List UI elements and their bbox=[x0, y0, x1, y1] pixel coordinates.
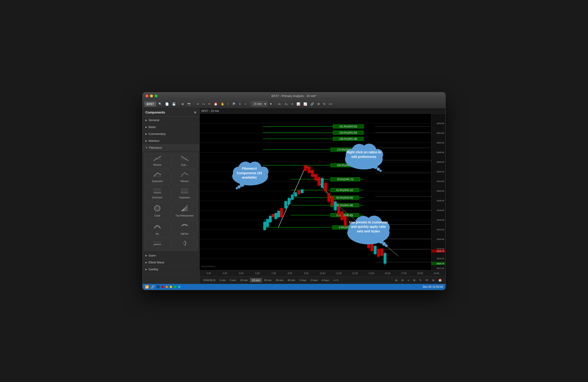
svg-line-11 bbox=[185, 172, 188, 175]
sidebar-item-gann[interactable]: ▶ Gann bbox=[143, 252, 199, 259]
new-chart-button[interactable]: 📄 bbox=[164, 102, 170, 106]
timeframe-selector[interactable]: 15 min bbox=[251, 101, 267, 106]
tf-more[interactable]: >> 5 bbox=[331, 278, 340, 282]
camera-button[interactable]: 📷 bbox=[186, 102, 192, 106]
tf-2hour[interactable]: 2 hour bbox=[309, 278, 319, 282]
markers-label: Markers bbox=[149, 139, 159, 142]
fib-item11[interactable]: ≡ bbox=[144, 238, 171, 251]
toolbar-separator-2 bbox=[194, 102, 194, 106]
close-button[interactable] bbox=[145, 94, 148, 97]
svg-point-212 bbox=[373, 164, 378, 169]
eye-button[interactable]: 👁 bbox=[424, 278, 430, 282]
tf-ofa[interactable]: OFA®(8,3) bbox=[201, 278, 217, 282]
alert-button[interactable]: ⏰ bbox=[213, 102, 219, 106]
search-button[interactable]: 🔍 bbox=[157, 102, 163, 106]
fit-button[interactable]: ⊞ bbox=[430, 278, 436, 282]
refresh-button[interactable]: ↻ bbox=[322, 102, 327, 106]
tf-30min[interactable]: 30 min bbox=[274, 278, 285, 282]
tf-5min[interactable]: 5 min bbox=[228, 278, 238, 282]
drawing-button[interactable]: ✎ bbox=[418, 278, 423, 282]
undo-button[interactable]: ↩ bbox=[195, 102, 200, 106]
fib-fan[interactable]: Fan Retracement bbox=[171, 202, 198, 219]
fibonacci-bubble: Fibonacci Components (34 available) bbox=[230, 160, 271, 190]
tf-down-button[interactable]: ▼ bbox=[268, 102, 273, 106]
sidebar-item-fibonacci[interactable]: ▼ Fibonacci bbox=[143, 144, 199, 151]
dot-orange[interactable] bbox=[166, 286, 168, 288]
save-button[interactable]: 💾 bbox=[171, 102, 177, 106]
tf-1min[interactable]: 1 min bbox=[218, 278, 228, 282]
sidebar-item-basic[interactable]: ▶ Basic bbox=[143, 124, 199, 131]
symbol-display[interactable]: EPZ7 bbox=[145, 102, 156, 106]
fib-circle[interactable]: Circle bbox=[144, 202, 171, 219]
svg-rect-143 bbox=[321, 178, 324, 188]
time-9: 9:00 bbox=[298, 272, 315, 275]
dot-yellow[interactable] bbox=[170, 286, 172, 288]
fib-retrace2[interactable]: Retrace bbox=[171, 169, 198, 185]
chart-type-button[interactable]: 📊 bbox=[295, 102, 301, 106]
sidebar-item-markers[interactable]: ▶ Markers bbox=[143, 137, 199, 144]
tf-10min[interactable]: 10 min bbox=[238, 278, 250, 282]
study-button[interactable]: ≣ bbox=[411, 278, 417, 282]
maximize-button[interactable] bbox=[155, 94, 158, 97]
link-button[interactable]: 🔗 bbox=[309, 102, 315, 106]
font-size-down[interactable]: A↓ bbox=[284, 102, 289, 106]
layout-button[interactable]: ⊟ bbox=[400, 278, 405, 282]
calendar-button[interactable]: 📅 bbox=[437, 278, 443, 282]
tf-15min[interactable]: 15 min bbox=[250, 278, 262, 282]
svg-text:MotiveWave: MotiveWave bbox=[201, 265, 215, 268]
tf-20min[interactable]: 20 min bbox=[262, 278, 273, 282]
sidebar-item-commentary[interactable]: ▶ Commentary bbox=[143, 131, 199, 137]
svg-text:2630.00: 2630.00 bbox=[437, 238, 444, 240]
tf-6hour[interactable]: 6 hour bbox=[320, 278, 331, 282]
zoom-button[interactable]: ⊕ bbox=[180, 102, 185, 106]
svg-point-219 bbox=[378, 222, 390, 233]
svg-point-23 bbox=[156, 207, 158, 209]
minimize-button[interactable] bbox=[150, 94, 153, 97]
item12-icon bbox=[181, 240, 189, 248]
chart-view-button[interactable]: ⊞ bbox=[394, 278, 399, 282]
time-13: 13:00 bbox=[363, 272, 379, 275]
lines-button[interactable]: ≡ bbox=[290, 102, 294, 106]
dot-red[interactable] bbox=[162, 286, 164, 288]
fib-arc[interactable]: Arc bbox=[144, 220, 171, 237]
sidebar-item-gartley[interactable]: ▶ Gartley bbox=[143, 266, 199, 273]
fib-expansion1[interactable]: Expansion bbox=[144, 169, 171, 185]
sidebar-item-general[interactable]: ▶ General bbox=[143, 117, 199, 124]
dot-teal[interactable] bbox=[178, 286, 180, 288]
svg-text:138.2%(2651.38): 138.2%(2651.38) bbox=[339, 138, 357, 140]
cursor-button[interactable]: ✂ bbox=[207, 102, 212, 106]
dot-blue[interactable] bbox=[182, 286, 185, 288]
compare-button[interactable]: ≡ bbox=[406, 278, 411, 282]
tf-45min[interactable]: 45 min bbox=[286, 278, 297, 282]
toolbar-separator-4 bbox=[275, 102, 275, 106]
fib-ext1[interactable]: Exte... bbox=[171, 153, 198, 168]
chart-canvas[interactable]: 161.8%(2653.62) 150.0%(2652.50) 138.2%(2… bbox=[200, 114, 445, 270]
status-left: 📶 🔗 ⛓ bbox=[145, 285, 185, 289]
fib-retrace1[interactable]: Retrace bbox=[144, 153, 171, 168]
candlestick-button[interactable]: 🕯 bbox=[237, 102, 243, 106]
fib-halfarc[interactable]: Half Arc bbox=[171, 220, 198, 237]
add-button[interactable]: + bbox=[243, 102, 248, 106]
toolbar-separator-3 bbox=[249, 102, 250, 106]
magnify-button[interactable]: 🔎 bbox=[230, 102, 236, 106]
hand-button[interactable]: ✋ bbox=[220, 102, 226, 106]
indicators-button[interactable]: 📈 bbox=[302, 102, 308, 106]
settings-button[interactable]: ⚙ bbox=[316, 102, 321, 106]
sidebar-item-elliottwave[interactable]: ▶ Elliott Wave bbox=[143, 259, 199, 266]
sidebar-close-button[interactable]: ✕ bbox=[194, 110, 197, 115]
dot-green[interactable] bbox=[174, 286, 176, 288]
fib-item12[interactable] bbox=[171, 238, 198, 251]
redo-button[interactable]: ↪ bbox=[201, 102, 206, 106]
svg-text:2624.00: 2624.00 bbox=[437, 267, 444, 269]
time-4: 4:00 bbox=[217, 272, 233, 275]
tf-1hour[interactable]: 1 hour bbox=[297, 278, 308, 282]
pencil-button[interactable]: / bbox=[227, 102, 230, 106]
fib-expansion2[interactable]: Expansion bbox=[171, 185, 198, 201]
svg-rect-171 bbox=[377, 249, 380, 257]
font-size-up[interactable]: A↑ bbox=[277, 102, 283, 106]
basic-arrow: ▶ bbox=[145, 126, 147, 128]
wifi-icon: 📶 bbox=[145, 285, 149, 289]
svg-text:2626.75: 2626.75 bbox=[437, 263, 444, 265]
more-button[interactable]: >> bbox=[328, 102, 334, 106]
fib-extension2[interactable]: Extension bbox=[144, 185, 171, 201]
